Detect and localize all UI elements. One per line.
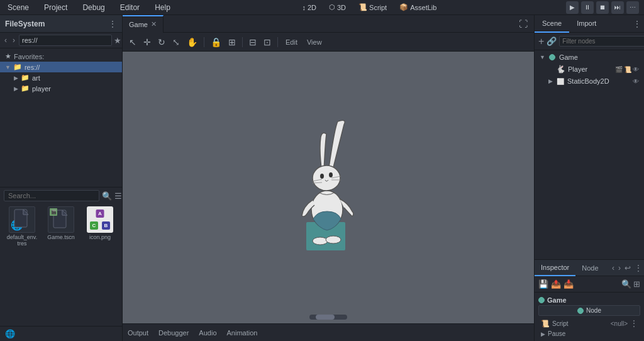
tab-debugger[interactable]: Debugger bbox=[158, 329, 189, 337]
filter-nodes-input[interactable] bbox=[559, 36, 644, 47]
insp-game-circle bbox=[538, 297, 545, 303]
insp-script-more-icon[interactable]: ⋮ bbox=[630, 319, 638, 328]
list-view-icon[interactable]: ☰ bbox=[114, 191, 122, 201]
file-item-game-tscn[interactable]: 🎬 Game.tscn bbox=[43, 204, 79, 249]
file-item-default-env[interactable]: 🌐 default_env.tres bbox=[4, 204, 40, 249]
file-icon-default-env: 🌐 bbox=[9, 206, 35, 233]
insp-sort-icon[interactable]: ⊞ bbox=[633, 279, 640, 289]
tree-item-res-label: res:// bbox=[25, 64, 40, 71]
tab-animation[interactable]: Animation bbox=[227, 329, 258, 337]
svg-point-8 bbox=[329, 172, 333, 177]
edit-menu[interactable]: Edit bbox=[282, 37, 301, 47]
tab-close-icon[interactable]: ✕ bbox=[151, 20, 157, 28]
player-script-icon[interactable]: 📜 bbox=[624, 66, 631, 73]
pause-button[interactable]: ⏸ bbox=[581, 1, 594, 14]
insp-script-row: 📜 Script <null> ⋮ bbox=[538, 318, 640, 329]
tree-item-art[interactable]: ▶ 📁 art bbox=[0, 72, 122, 83]
insp-search-icon[interactable]: 🔍 bbox=[621, 279, 631, 289]
toolbar-sep-1 bbox=[204, 37, 204, 47]
pan-tool[interactable]: ✋ bbox=[184, 36, 200, 48]
viewport-scrollbar-thumb[interactable] bbox=[316, 315, 335, 320]
scene-node-player[interactable]: 🐇 Player 🎬 📜 👁 bbox=[535, 63, 644, 75]
more-button[interactable]: ⋯ bbox=[626, 1, 639, 14]
nav-back-button[interactable]: ‹ bbox=[3, 35, 9, 45]
move-tool[interactable]: ✛ bbox=[141, 36, 153, 48]
scene-tab-scene[interactable]: Scene bbox=[535, 15, 569, 33]
step-button[interactable]: ⏭ bbox=[611, 1, 624, 14]
player-film-icon[interactable]: 🎬 bbox=[615, 66, 623, 73]
view-menu[interactable]: View bbox=[303, 37, 326, 47]
game-circle-icon bbox=[549, 54, 555, 60]
insp-load-icon[interactable]: 📥 bbox=[564, 279, 574, 289]
menu-debug[interactable]: Debug bbox=[80, 2, 107, 13]
inspector-tab-inspector[interactable]: Inspector bbox=[535, 260, 575, 276]
inspector-history-icon[interactable]: ↩ bbox=[623, 264, 633, 272]
file-search-icon[interactable]: 🔍 bbox=[102, 191, 112, 201]
scene-menu-icon[interactable]: ⋮ bbox=[630, 19, 644, 29]
insp-game-header: Game bbox=[538, 295, 640, 305]
inspector-prev-icon[interactable]: ‹ bbox=[610, 264, 616, 272]
mode-buttons: ↕ 2D ⬡ 3D 📜 Script 📦 AssetLib bbox=[298, 2, 440, 13]
file-item-icon-png[interactable]: A C B icon.png bbox=[82, 204, 118, 249]
insp-node-button[interactable]: Node bbox=[538, 305, 640, 316]
play-button[interactable]: ▶ bbox=[566, 1, 579, 14]
play-controls: ▶ ⏸ ⏹ ⏭ ⋯ bbox=[566, 1, 639, 14]
inspector-content: Game Node 📜 Script <null> ⋮ ▶ Pause bbox=[535, 293, 644, 341]
group-tool[interactable]: ⊞ bbox=[226, 36, 238, 48]
inspector-next-icon[interactable]: › bbox=[616, 264, 623, 272]
snap-tool[interactable]: ⊟ bbox=[247, 36, 259, 48]
menu-scene[interactable]: Scene bbox=[5, 2, 31, 13]
path-input[interactable] bbox=[19, 35, 112, 46]
insp-script-value: <null> bbox=[611, 320, 628, 327]
select-tool[interactable]: ↖ bbox=[126, 36, 139, 48]
mode-3d[interactable]: ⬡ 3D bbox=[325, 2, 350, 13]
player-eye-icon[interactable]: 👁 bbox=[633, 66, 639, 73]
stop-button[interactable]: ⏹ bbox=[596, 1, 609, 14]
filesystem-header: FileSystem ⋮ bbox=[0, 15, 122, 33]
inspector-tab-node[interactable]: Node bbox=[575, 260, 604, 276]
favorite-button[interactable]: ★ bbox=[114, 36, 121, 45]
insp-pause-row: ▶ Pause bbox=[538, 329, 640, 338]
rotate-tool[interactable]: ↻ bbox=[155, 36, 168, 48]
menu-bar: Scene Project Debug Editor Help ↕ 2D ⬡ 3… bbox=[0, 0, 644, 15]
tree-item-res[interactable]: ▼ 📁 res:// bbox=[0, 62, 122, 72]
scene-tab-import[interactable]: Import bbox=[569, 15, 604, 33]
file-label-icon-png: icon.png bbox=[89, 234, 111, 240]
scene-toolbar: + 🔗 🔍 bbox=[535, 33, 644, 50]
nav-forward-button[interactable]: › bbox=[11, 35, 17, 45]
insp-save-icon[interactable]: 💾 bbox=[538, 279, 548, 289]
menu-editor[interactable]: Editor bbox=[118, 2, 142, 13]
tool-globe-icon[interactable]: 🌐 bbox=[5, 329, 15, 338]
inspector-menu-icon[interactable]: ⋮ bbox=[633, 264, 644, 272]
scene-node-staticbody[interactable]: ▶ ⬜ StaticBody2D 👁 bbox=[535, 75, 644, 87]
insp-save2-icon[interactable]: 📤 bbox=[551, 279, 561, 289]
file-search-input[interactable] bbox=[4, 190, 99, 201]
menu-project[interactable]: Project bbox=[42, 2, 70, 13]
mode-2d[interactable]: ↕ 2D bbox=[298, 3, 320, 13]
mode-assetlib[interactable]: 📦 AssetLib bbox=[396, 2, 440, 13]
tab-audio[interactable]: Audio bbox=[199, 329, 216, 337]
insp-pause-arrow: ▶ bbox=[541, 331, 545, 337]
lock-tool[interactable]: 🔒 bbox=[208, 36, 224, 48]
staticbody-eye-icon[interactable]: 👁 bbox=[633, 78, 639, 85]
tab-output[interactable]: Output bbox=[128, 329, 148, 337]
inspector-toolbar: 💾 📤 📥 🔍 ⊞ bbox=[535, 276, 644, 293]
insp-node-btn-label: Node bbox=[586, 307, 601, 314]
tree-item-player[interactable]: ▶ 📁 player bbox=[0, 83, 122, 94]
bottom-tools: 🌐 bbox=[0, 326, 122, 341]
scale-tool[interactable]: ⤡ bbox=[170, 36, 182, 48]
fullscreen-toggle[interactable]: ⛶ bbox=[516, 18, 530, 30]
scene-node-game[interactable]: ▼ Game bbox=[535, 52, 644, 63]
viewport[interactable] bbox=[123, 52, 534, 323]
staticbody-actions: 👁 bbox=[633, 78, 639, 85]
tab-game[interactable]: Game ✕ bbox=[123, 15, 164, 33]
link-node-button[interactable]: 🔗 bbox=[547, 36, 557, 46]
mode-script[interactable]: 📜 Script bbox=[355, 2, 391, 13]
viewport-scrollbar[interactable] bbox=[309, 315, 347, 320]
menu-help[interactable]: Help bbox=[152, 2, 173, 13]
filesystem-menu-icon[interactable]: ⋮ bbox=[108, 19, 117, 29]
insp-game-label: Game bbox=[547, 296, 567, 304]
add-node-button[interactable]: + bbox=[538, 36, 544, 47]
grid-tool[interactable]: ⊡ bbox=[261, 36, 274, 48]
staticbody-node-name: StaticBody2D bbox=[567, 77, 630, 85]
